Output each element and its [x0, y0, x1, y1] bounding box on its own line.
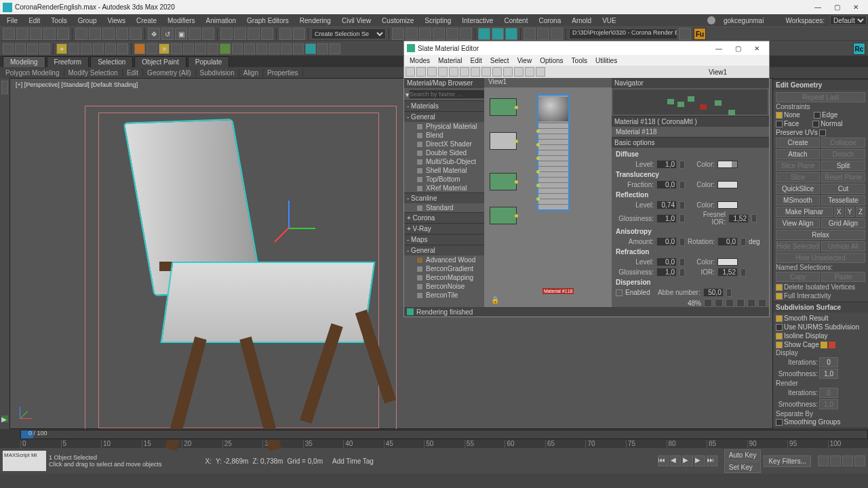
hideunsel-button[interactable]: Hide Unselected — [776, 253, 865, 263]
st-7[interactable] — [471, 67, 480, 77]
fresnel-input[interactable]: 1,52 — [728, 214, 749, 223]
menu-animation[interactable]: Animation — [201, 17, 241, 24]
refsys-button[interactable] — [202, 28, 214, 40]
menu-customize[interactable]: Customize — [376, 17, 419, 24]
material-node[interactable] — [537, 94, 570, 211]
grp-vray[interactable]: + V-Ray — [404, 223, 484, 234]
viewport-label[interactable]: [+] [Perspective] [Standard] [Default Sh… — [16, 81, 138, 88]
smenu-select[interactable]: Select — [486, 57, 513, 64]
pf-3[interactable] — [726, 299, 734, 307]
scale-button[interactable]: ▣ — [175, 28, 187, 40]
t2-4[interactable] — [39, 43, 50, 54]
play-button[interactable]: ▶ — [682, 455, 693, 466]
smenu-options[interactable]: Options — [536, 57, 567, 64]
t2-24[interactable] — [293, 43, 304, 54]
radio-face[interactable] — [776, 121, 783, 127]
workspace-select[interactable]: Default — [830, 16, 867, 25]
pf-4[interactable] — [736, 299, 745, 307]
t2-9[interactable] — [105, 43, 116, 54]
menu-corona[interactable]: Corona — [533, 17, 566, 24]
cage-color-2[interactable] — [829, 342, 835, 348]
t2-20[interactable] — [244, 43, 255, 54]
diffuse-color-swatch[interactable] — [717, 161, 738, 168]
menu-vue[interactable]: VUE — [597, 17, 622, 24]
menu-group[interactable]: Group — [73, 17, 102, 24]
abbe-input[interactable]: 50,0 — [703, 288, 724, 297]
smenu-tools[interactable]: Tools — [568, 57, 591, 64]
tool-c[interactable] — [551, 28, 563, 40]
ior-input[interactable]: 1,52 — [717, 268, 738, 277]
t2-12[interactable] — [146, 43, 157, 54]
material-node-selected[interactable]: Material #118 — [542, 288, 574, 294]
sub-geom[interactable]: Geometry (All) — [143, 69, 195, 77]
sub-props[interactable]: Properties — [263, 69, 303, 77]
nodeview-tab[interactable]: View1 — [484, 78, 612, 87]
menu-interactive[interactable]: Interactive — [456, 17, 498, 24]
refl-gloss-input[interactable]: 1,0 — [656, 214, 677, 223]
t2-2[interactable] — [15, 43, 26, 54]
scene-object-chair[interactable] — [85, 106, 397, 438]
st-9[interactable] — [492, 67, 502, 77]
browser-tree[interactable]: - Materials - General Physical Material … — [404, 100, 484, 307]
st-13[interactable] — [536, 67, 545, 77]
selection-set-select[interactable]: Create Selection Se — [311, 28, 386, 39]
planar-z[interactable]: Z — [856, 207, 865, 217]
menu-file[interactable]: File — [1, 17, 23, 24]
grp-corona[interactable]: + Corona — [404, 212, 484, 223]
menu-tools[interactable]: Tools — [45, 17, 72, 24]
menu-scripting[interactable]: Scripting — [419, 17, 456, 24]
t2-10[interactable] — [117, 43, 128, 54]
cage-color-1[interactable] — [821, 342, 827, 348]
refr-color-swatch[interactable] — [717, 258, 738, 266]
menu-create[interactable]: Create — [131, 17, 162, 24]
st-10[interactable] — [503, 67, 513, 77]
t2-23[interactable] — [281, 43, 292, 54]
render-button[interactable] — [505, 28, 517, 40]
coord-y[interactable]: Y: -2,869m — [216, 458, 248, 465]
t2-3[interactable] — [27, 43, 38, 54]
sun-icon[interactable]: ☀ — [159, 43, 170, 54]
menu-views[interactable]: Views — [102, 17, 132, 24]
refl-color-swatch[interactable] — [717, 201, 738, 209]
map-node-3[interactable] — [490, 173, 517, 190]
smgroups-check[interactable] — [776, 419, 783, 426]
create-button[interactable]: Create — [776, 138, 820, 148]
smenu-modes[interactable]: Modes — [406, 57, 434, 64]
node-view[interactable]: View1 Material #118 🔒 — [484, 78, 612, 307]
maximize-button[interactable]: ▢ — [827, 1, 846, 14]
planar-y[interactable]: Y — [845, 207, 854, 217]
percent-snap-button[interactable] — [248, 28, 260, 40]
close-button[interactable]: ✕ — [846, 1, 865, 14]
disp-enabled-check[interactable] — [616, 289, 623, 296]
menu-civilview[interactable]: Civil View — [336, 17, 376, 24]
pf-1[interactable] — [704, 299, 712, 307]
path-button[interactable] — [679, 28, 691, 40]
full-int-check[interactable] — [776, 293, 783, 300]
t2-14[interactable] — [171, 43, 182, 54]
setkey-button[interactable]: Set Key — [724, 462, 762, 473]
viewport-layout-button[interactable] — [1, 81, 8, 94]
tab-populate[interactable]: Populate — [188, 56, 229, 67]
light-icon[interactable]: ✦ — [56, 43, 67, 54]
coord-z[interactable]: Z: 0,738m — [252, 458, 283, 465]
navigator-minimap[interactable] — [613, 89, 768, 115]
trans-fraction-input[interactable]: 0,0 — [656, 180, 677, 189]
goto-start-button[interactable]: ⏮ — [658, 455, 669, 466]
sub-modsel[interactable]: Modify Selection — [64, 69, 123, 77]
resetplane-button[interactable]: Reset Plane — [821, 172, 865, 182]
paste-button[interactable]: Paste — [821, 272, 865, 282]
split-button[interactable]: Split — [821, 161, 865, 171]
goto-end-button[interactable]: ⏭ — [707, 455, 717, 466]
pf-6[interactable] — [758, 299, 766, 307]
sub-subd[interactable]: Subdivision — [196, 69, 239, 77]
link-button[interactable] — [30, 28, 42, 40]
rollout-subdiv[interactable]: Subdivision Surface — [773, 302, 868, 312]
angle-snap-button[interactable] — [234, 28, 246, 40]
select-rect-button[interactable] — [102, 28, 115, 40]
t2-25[interactable] — [305, 43, 316, 54]
sub-edit[interactable]: Edit — [123, 69, 143, 77]
smoothres-check[interactable] — [776, 315, 783, 322]
tool-a[interactable] — [524, 28, 536, 40]
coord-x[interactable]: X: — [205, 458, 212, 465]
collapse-button[interactable]: Collapse — [821, 138, 865, 148]
